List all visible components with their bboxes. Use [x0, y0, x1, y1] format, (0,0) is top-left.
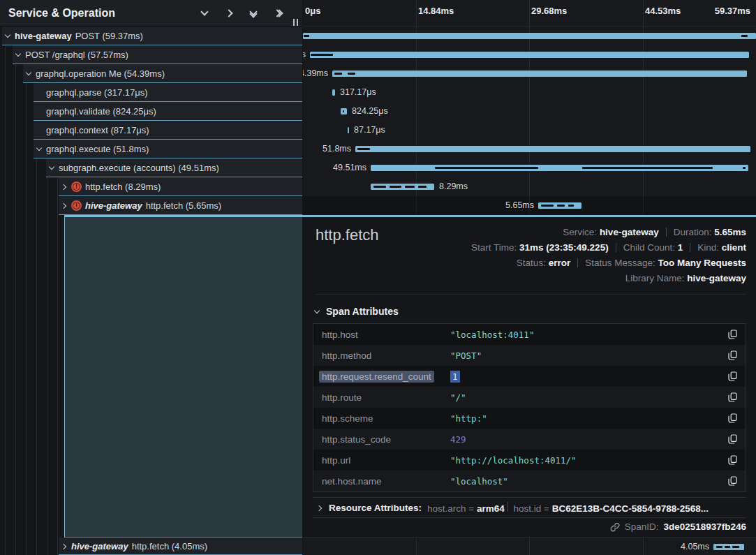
- error-icon: [71, 200, 82, 211]
- selected-span-detail-spacer: [64, 217, 302, 538]
- attribute-key: http.route: [322, 392, 450, 403]
- chevron-right-icon[interactable]: [223, 8, 235, 19]
- meta-value: hive-gateway: [600, 227, 659, 237]
- span-bar-self-time-mark: [541, 205, 554, 207]
- tree-span-row[interactable]: POST /graphql (57.57ms): [0, 45, 302, 64]
- tree-span-row[interactable]: graphql.validate (824.25μs): [0, 102, 302, 121]
- span-duration-label: 5.65ms: [505, 200, 534, 211]
- chevron-down-icon[interactable]: [15, 52, 22, 58]
- chevron-right-icon[interactable]: [61, 202, 68, 209]
- span-bar[interactable]: [371, 165, 748, 171]
- resource-attributes-row[interactable]: Resource Attributes: host.arch = arm64 h…: [313, 497, 746, 518]
- copy-icon[interactable]: [728, 350, 737, 360]
- attribute-value-selection: 1: [450, 371, 460, 383]
- detail-divider: [316, 294, 746, 295]
- span-attributes-table: http.host"localhost:4011"http.method"POS…: [313, 323, 746, 492]
- meta-value: Too Many Requests: [658, 258, 746, 268]
- tree-span-row-content: graphql.validate (824.25μs): [34, 102, 302, 121]
- tree-header-actions: [198, 8, 284, 19]
- tree-span-row[interactable]: hive-gatewayhttp.fetch (4.05ms): [0, 538, 302, 555]
- meta-label: Start Time:: [471, 242, 519, 253]
- waterfall-row: 49.51ms: [303, 158, 756, 177]
- tree-span-row[interactable]: graphql.context (87.17μs): [0, 121, 302, 140]
- attribute-row: http.url"http://localhost:4011/": [313, 450, 746, 471]
- span-bar[interactable]: [341, 108, 347, 114]
- span-meta: Service: hive-gatewayDuration: 5.65msSta…: [471, 225, 746, 286]
- span-bar[interactable]: [332, 89, 335, 96]
- span-bar[interactable]: [355, 146, 750, 152]
- chevron-down-icon[interactable]: [49, 165, 55, 171]
- span-bar-self-time-mark: [716, 546, 722, 548]
- chevron-down-icon[interactable]: [5, 33, 11, 39]
- copy-icon[interactable]: [728, 392, 737, 402]
- span-meta-line: Start Time: 31ms (23:35:49.225)Child Cou…: [471, 240, 746, 256]
- copy-icon[interactable]: [728, 330, 737, 339]
- span-bar[interactable]: [303, 33, 756, 39]
- waterfall: 57.57ms54.39ms317.17μs824.25μs87.17μs51.…: [303, 27, 756, 215]
- tree-span-row[interactable]: subgraph.execute (accounts) (49.51ms): [0, 158, 302, 177]
- tree-span-row-content: graphql.context (87.17μs): [34, 121, 302, 140]
- tree-span-row-content: http.fetch (8.29ms): [59, 177, 302, 196]
- span-bar-self-time-mark: [334, 73, 342, 75]
- span-operation-name: http.fetch (4.05ms): [132, 541, 207, 552]
- waterfall-bottom: 4.05ms: [303, 538, 756, 555]
- tree-span-row[interactable]: hive-gatewayhttp.fetch (5.65ms): [0, 196, 302, 215]
- chevrons-right-icon[interactable]: [272, 8, 284, 19]
- attribute-key: http.status_code: [322, 434, 450, 445]
- waterfall-row: 4.05ms: [303, 538, 756, 555]
- span-title: http.fetch: [316, 226, 379, 244]
- tree-span-row[interactable]: graphql.parse (317.17μs): [0, 83, 302, 102]
- error-icon: [71, 182, 82, 192]
- waterfall-row: 8.29ms: [303, 177, 756, 196]
- span-duration-label: 87.17μs: [354, 125, 385, 135]
- link-icon[interactable]: [610, 522, 620, 532]
- copy-icon[interactable]: [728, 434, 737, 444]
- tree-span-row-content: graphql.parse (317.17μs): [34, 83, 302, 102]
- attribute-value: "POST": [450, 350, 728, 361]
- span-tree-panel: hive-gatewayPOST (59.37ms)POST /graphql …: [0, 0, 302, 555]
- copy-icon[interactable]: [728, 476, 737, 486]
- chevron-down-icon[interactable]: [26, 71, 32, 77]
- span-duration-label: 54.39ms: [303, 68, 328, 79]
- copy-icon[interactable]: [728, 371, 737, 381]
- span-attributes-header[interactable]: Span Attributes: [314, 306, 399, 317]
- chevron-down-icon: [314, 309, 320, 315]
- span-operation-name: subgraph.execute (accounts) (49.51ms): [59, 163, 219, 173]
- chevrons-down-icon[interactable]: [247, 8, 260, 19]
- tree-span-row-content: hive-gatewayhttp.fetch (4.05ms): [59, 538, 302, 555]
- tree-span-row[interactable]: graphql.operation Me (54.39ms): [0, 64, 302, 83]
- chevron-right-icon[interactable]: [61, 543, 68, 549]
- tree-span-row[interactable]: hive-gatewayPOST (59.37ms): [0, 27, 302, 45]
- span-id-label: SpanID:: [625, 521, 659, 532]
- span-operation-name: graphql.operation Me (54.39ms): [36, 68, 165, 79]
- chevron-down-icon[interactable]: [198, 8, 211, 19]
- span-service-name: hive-gateway: [71, 541, 128, 552]
- span-duration-label: 8.29ms: [439, 182, 468, 192]
- ruler-tick-label: 14.84ms: [418, 6, 454, 16]
- span-id-value: 3de02518937fb246: [663, 521, 746, 532]
- copy-icon[interactable]: [728, 413, 737, 423]
- chevron-right-icon[interactable]: [61, 184, 68, 190]
- span-bar[interactable]: [310, 52, 749, 58]
- meta-label: Status:: [517, 258, 549, 268]
- tree-span-row[interactable]: http.fetch (8.29ms): [0, 177, 302, 196]
- copy-icon[interactable]: [728, 455, 737, 465]
- waterfall-row: 317.17μs: [303, 83, 756, 102]
- attribute-row: http.method"POST": [313, 345, 746, 366]
- attribute-row: http.status_code429: [313, 429, 746, 450]
- chevron-down-icon[interactable]: [36, 146, 43, 152]
- panel-resize-handle[interactable]: [293, 19, 298, 26]
- tree-span-row[interactable]: graphql.execute (51.8ms): [0, 140, 302, 158]
- span-bar[interactable]: [713, 544, 744, 550]
- attribute-key: net.host.name: [322, 476, 450, 487]
- span-bar[interactable]: [371, 184, 434, 190]
- span-bar[interactable]: [332, 71, 747, 77]
- span-bar[interactable]: [348, 127, 349, 133]
- span-duration-label: 317.17μs: [340, 87, 376, 98]
- span-service-name: hive-gateway: [15, 31, 72, 41]
- attribute-key: http.url: [322, 455, 450, 466]
- span-bar[interactable]: [538, 202, 581, 209]
- resource-value: BC62E13B-C4CC-5854-9788-2568...: [552, 503, 709, 514]
- meta-label: Duration:: [674, 227, 715, 237]
- span-id-row: SpanID: 3de02518937fb246: [610, 521, 746, 532]
